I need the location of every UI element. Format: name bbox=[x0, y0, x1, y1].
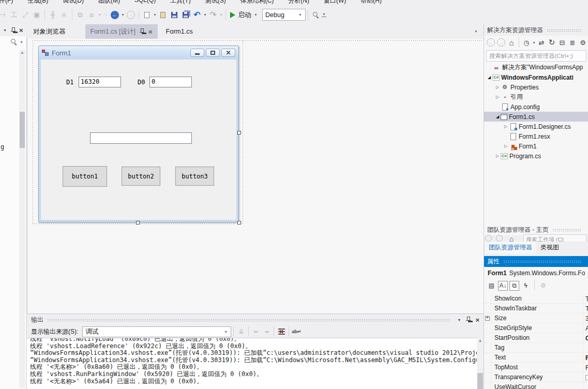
expander-icon[interactable]: ▷ bbox=[503, 124, 509, 129]
snap-to-grid-icon[interactable]: ▣ bbox=[31, 9, 42, 21]
toolbar-grip[interactable]: ∷ bbox=[103, 11, 108, 18]
tab-form1-code[interactable]: Form1.cs bbox=[161, 24, 198, 39]
output-text-area[interactable]: 线程 'vshost.NotifyLoad' (0x69c0) 已退出，返回值为… bbox=[27, 338, 477, 389]
save-all-icon[interactable] bbox=[180, 9, 191, 21]
tree-item[interactable]: App.config bbox=[484, 102, 588, 112]
save-icon[interactable] bbox=[169, 9, 180, 21]
properties-icon[interactable]: ⚙ bbox=[578, 37, 588, 48]
menu-item[interactable]: 分析(N) bbox=[288, 0, 309, 5]
tree-item[interactable]: ◢ C# WindowsFormsApplicati bbox=[484, 72, 588, 82]
resize-handle-bottom[interactable] bbox=[136, 221, 140, 225]
start-debug-button[interactable]: 启动 ▾ bbox=[228, 9, 260, 21]
textbox-d0[interactable]: 0 bbox=[149, 77, 192, 87]
navigate-forward-icon[interactable]: → bbox=[125, 9, 137, 21]
maximize-button[interactable] bbox=[206, 49, 220, 57]
close-icon[interactable]: × bbox=[148, 28, 153, 35]
property-value[interactable] bbox=[583, 343, 588, 353]
order-icon[interactable]: ⧈ bbox=[86, 9, 97, 21]
property-pages-wrench-icon[interactable]: ⚙ bbox=[538, 281, 548, 291]
tree-item[interactable]: ◢ Form1.cs bbox=[484, 112, 588, 122]
textbox-d1[interactable]: 16320 bbox=[79, 77, 121, 87]
scroll-up-icon[interactable]: ▲ bbox=[19, 50, 25, 56]
make-same-size-icon[interactable]: ⤢ bbox=[20, 9, 31, 21]
layout-overflow-icon[interactable]: ▾ bbox=[97, 12, 102, 17]
collapse-all-icon[interactable]: ⊟ bbox=[557, 37, 567, 48]
properties-header[interactable]: 属性 bbox=[484, 256, 588, 267]
pin-icon[interactable] bbox=[11, 27, 16, 34]
properties-object-select[interactable]: Form1 System.Windows.Forms.Fo bbox=[484, 267, 588, 279]
back-icon[interactable] bbox=[485, 235, 492, 242]
add-item-icon[interactable] bbox=[157, 9, 169, 21]
menu-item[interactable]: 窗口(W) bbox=[324, 0, 346, 5]
button2[interactable]: button2 bbox=[122, 167, 160, 186]
word-wrap-icon[interactable]: ab↵ bbox=[291, 326, 301, 337]
back-icon[interactable]: → bbox=[486, 37, 496, 48]
minimize-button[interactable] bbox=[190, 49, 204, 57]
expander-icon[interactable]: ▷ bbox=[494, 154, 501, 158]
window-menu-dropdown-icon[interactable]: ▾ bbox=[457, 318, 461, 322]
new-item-dropdown-icon[interactable]: ▾ bbox=[153, 12, 157, 17]
size-to-grid-icon[interactable]: ⧉ bbox=[74, 9, 86, 21]
tree-item[interactable]: ▷ Form1.Designer.cs bbox=[484, 122, 588, 131]
property-row[interactable]: Tag bbox=[484, 343, 588, 353]
label-d0[interactable]: D0 bbox=[138, 79, 145, 86]
scrollbar-thumb[interactable] bbox=[20, 112, 25, 148]
button1[interactable]: button1 bbox=[63, 166, 107, 187]
tab-team-explorer[interactable]: 团队资源管理器 bbox=[485, 242, 536, 254]
clear-all-icon[interactable] bbox=[276, 326, 287, 337]
close-icon[interactable]: × bbox=[475, 317, 479, 323]
forward-icon[interactable] bbox=[496, 235, 503, 242]
menu-item[interactable]: 测试(S) bbox=[205, 0, 226, 5]
property-row[interactable]: StartPosition C bbox=[484, 333, 588, 343]
menu-item[interactable]: 文件(F) bbox=[0, 0, 13, 5]
strip-search[interactable]: ▾ bbox=[10, 38, 24, 46]
menu-item[interactable]: 团队(M) bbox=[98, 0, 120, 5]
resize-handle-bottom-right[interactable] bbox=[237, 221, 241, 225]
pin-icon[interactable] bbox=[466, 317, 471, 323]
tab-form1-designer[interactable]: Form1.cs [设计] × bbox=[85, 24, 158, 39]
redo-icon[interactable]: ↷ bbox=[207, 9, 219, 21]
property-value[interactable]: T bbox=[583, 294, 588, 304]
designer-surface[interactable]: Form1 ✕ D1 16320 D0 0 button1 button2 bu… bbox=[27, 39, 484, 313]
menu-item[interactable]: 生成(B) bbox=[27, 0, 48, 5]
form-title-bar[interactable]: Form1 ✕ bbox=[39, 46, 238, 59]
events-lightning-icon[interactable]: ϟ bbox=[521, 281, 531, 291]
strip-scrollbar[interactable]: ▲ bbox=[19, 50, 25, 388]
align-centers-icon[interactable]: 工 bbox=[8, 9, 20, 21]
previous-message-icon[interactable]: ↞ bbox=[251, 326, 261, 337]
property-row[interactable]: Size 3 bbox=[484, 313, 588, 323]
property-value[interactable] bbox=[583, 372, 588, 382]
undo-dropdown-icon[interactable]: ▾ bbox=[203, 12, 207, 17]
property-row[interactable]: Text F bbox=[484, 353, 588, 363]
undo-icon[interactable]: ↶ bbox=[191, 9, 203, 21]
categorized-icon[interactable]: ▤ bbox=[487, 281, 496, 291]
toolbar-overflow-icon[interactable]: ▾ bbox=[322, 13, 326, 17]
property-value[interactable]: A bbox=[583, 323, 588, 333]
property-row[interactable]: TopMost F bbox=[484, 363, 588, 372]
menu-item[interactable]: 体系结构(C) bbox=[240, 0, 274, 5]
home-icon[interactable]: ⌂ bbox=[506, 234, 517, 242]
navigate-back-icon[interactable]: ← bbox=[109, 9, 120, 21]
goto-message-icon[interactable]: ⇊ bbox=[236, 326, 246, 337]
expander-icon[interactable]: ◢ bbox=[494, 114, 501, 119]
property-value[interactable] bbox=[583, 382, 588, 389]
navigate-back-dropdown-icon[interactable]: ▾ bbox=[120, 12, 125, 17]
tree-item[interactable]: ∞ 解决方案"WindowsFormsApp bbox=[484, 63, 588, 72]
solution-explorer-search-input[interactable] bbox=[486, 50, 586, 62]
home-icon[interactable]: ⌂ bbox=[506, 37, 517, 48]
tab-object-browser[interactable]: 对象浏览器 bbox=[28, 24, 71, 39]
textbox-result[interactable] bbox=[90, 132, 192, 144]
tree-item[interactable]: ▷ ▪▪ 引用 bbox=[484, 92, 588, 102]
tab-class-view[interactable]: 类视图 bbox=[537, 242, 563, 254]
expand-icon[interactable] bbox=[485, 316, 490, 321]
expander-icon[interactable]: ▷ bbox=[503, 144, 509, 148]
pin-icon[interactable] bbox=[140, 28, 144, 35]
label-d1[interactable]: D1 bbox=[66, 79, 73, 86]
next-message-icon[interactable]: ↠ bbox=[261, 326, 272, 337]
pending-changes-filter-icon[interactable]: ◷ bbox=[521, 37, 532, 48]
output-source-select[interactable]: 调试 ▾ bbox=[82, 326, 231, 337]
menu-item[interactable]: 工具(T) bbox=[170, 0, 190, 5]
expander-icon[interactable]: ▷ bbox=[494, 95, 501, 99]
form-client-area[interactable]: D1 16320 D0 0 button1 button2 button3 bbox=[41, 59, 236, 220]
sync-with-active-document-icon[interactable]: ⇄ bbox=[536, 37, 547, 48]
